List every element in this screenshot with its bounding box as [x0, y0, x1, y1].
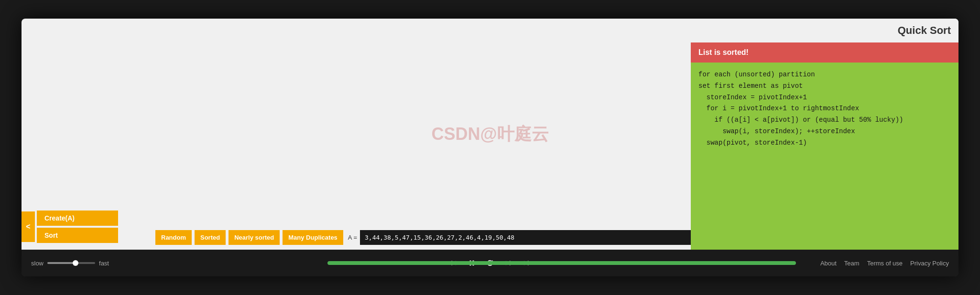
speed-slider[interactable]: [47, 262, 95, 264]
speed-section: slow fast: [31, 260, 109, 267]
sort-button[interactable]: Sort: [37, 228, 118, 243]
code-line-1: for each (unsorted) partition: [698, 69, 951, 81]
controls-row: < Create(A) Sort: [22, 209, 151, 245]
bottom-bar: slow fast: [22, 250, 958, 276]
privacy-link[interactable]: Privacy Policy: [910, 260, 949, 267]
create-button[interactable]: Create(A): [37, 211, 118, 226]
status-bar: List is sorted!: [691, 42, 958, 63]
viz-area: CSDN@叶庭云 < Create(A) Sort Random Sorted …: [22, 19, 958, 250]
nearly-sorted-button[interactable]: Nearly sorted: [229, 230, 280, 245]
panel-buttons: Create(A) Sort: [37, 211, 147, 243]
code-line-3: storeIndex = pivotIndex+1: [698, 92, 951, 104]
code-line-7: swap(pivot, storeIndex-1): [698, 137, 951, 149]
chevron-button[interactable]: <: [22, 211, 35, 242]
sorted-button[interactable]: Sorted: [195, 230, 226, 245]
progress-section: [327, 261, 796, 265]
fast-label: fast: [99, 260, 109, 267]
code-line-6: swap(i, storeIndex); ++storeIndex: [698, 126, 951, 137]
watermark: CSDN@叶庭云: [431, 123, 548, 146]
right-panel: Quick Sort List is sorted! for each (uns…: [691, 19, 958, 250]
terms-link[interactable]: Terms of use: [867, 260, 903, 267]
random-button[interactable]: Random: [155, 230, 192, 245]
code-panel: for each (unsorted) partition set first …: [691, 63, 958, 250]
code-line-5: if ((a[i] < a[pivot]) or (equal but 50% …: [698, 115, 951, 126]
array-label: A =: [348, 234, 357, 241]
progress-bar-bg: [327, 261, 796, 265]
algo-title: Quick Sort: [691, 19, 958, 42]
code-line-2: set first element as pivot: [698, 81, 951, 92]
footer-links: About Team Terms of use Privacy Policy: [820, 260, 949, 267]
app-frame: CSDN@叶庭云 < Create(A) Sort Random Sorted …: [22, 19, 958, 276]
slow-label: slow: [31, 260, 44, 267]
about-link[interactable]: About: [820, 260, 837, 267]
progress-bar-fill: [327, 261, 796, 265]
code-line-4: for i = pivotIndex+1 to rightmostIndex: [698, 103, 951, 115]
left-panel: < Create(A) Sort: [22, 209, 151, 250]
team-link[interactable]: Team: [844, 260, 860, 267]
many-duplicates-button[interactable]: Many Duplicates: [283, 230, 343, 245]
main-content: CSDN@叶庭云 < Create(A) Sort Random Sorted …: [22, 19, 958, 276]
